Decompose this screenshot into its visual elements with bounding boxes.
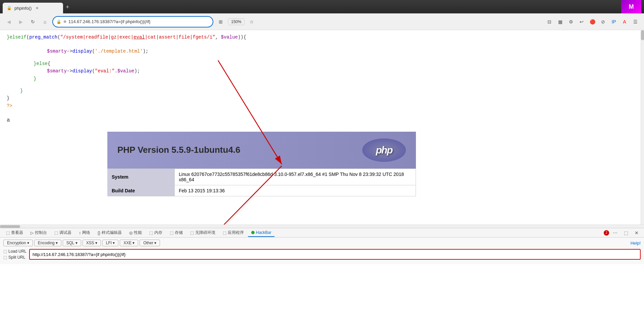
style-editor-icon: {} bbox=[98, 231, 100, 235]
php-logo: php bbox=[362, 138, 406, 162]
ext1-button[interactable]: 🔴 bbox=[588, 17, 597, 26]
table-row: Build Date Feb 13 2015 19:13:36 bbox=[108, 185, 416, 196]
console-icon: ▷ bbox=[31, 231, 34, 235]
tab-close-button[interactable]: ✕ bbox=[34, 5, 40, 11]
devtools-tab-inspector[interactable]: ⬚ 查看器 bbox=[3, 229, 26, 237]
accessibility-icon: ⬚ bbox=[190, 231, 194, 235]
devtools-right-controls: 2 ⋯ ⬚ ✕ bbox=[604, 228, 641, 238]
hackbar-split-url-button[interactable]: ⬚ Split URL bbox=[3, 255, 25, 260]
ext4-button[interactable]: A bbox=[620, 17, 629, 26]
lfi-arrow-icon: ▾ bbox=[113, 241, 115, 245]
split-url-label: Split URL bbox=[8, 255, 25, 260]
code-display: }elseif(preg_match("/system|readfile|gz|… bbox=[0, 30, 644, 128]
ext2-button[interactable]: ⊘ bbox=[598, 17, 608, 26]
load-url-label: Load URL bbox=[8, 249, 26, 254]
code-line-5: } bbox=[7, 75, 637, 82]
hackbar-xss-button[interactable]: XSS ▾ bbox=[83, 240, 101, 246]
code-line-6: } bbox=[7, 87, 637, 94]
php-table: System Linux 620767ce7732c55785357f61de8… bbox=[107, 169, 416, 196]
style-editor-label: 样式编辑器 bbox=[102, 230, 122, 236]
browser-titlebar: 🔒 phpinfo() ✕ + M bbox=[0, 0, 644, 13]
devtools-close-button[interactable]: ✕ bbox=[632, 228, 641, 238]
inspector-label: 查看器 bbox=[11, 230, 23, 236]
code-line-3: }else{ bbox=[7, 60, 637, 67]
hackbar-sql-button[interactable]: SQL ▾ bbox=[63, 240, 81, 246]
encryption-label: Encryption bbox=[7, 241, 26, 245]
hackbar-load-url-button[interactable]: ⬚ Load URL bbox=[3, 249, 26, 254]
h-scroll-thumb bbox=[0, 225, 20, 228]
build-date-value: Feb 13 2015 19:13:36 bbox=[175, 185, 416, 196]
zoom-level: 150% bbox=[228, 18, 245, 25]
library-button[interactable]: ⊟ bbox=[545, 17, 554, 26]
new-tab-button[interactable]: + bbox=[63, 2, 72, 12]
encryption-arrow-icon: ▾ bbox=[27, 241, 29, 245]
performance-icon: ◎ bbox=[129, 231, 132, 235]
encoding-label: Encoding bbox=[38, 241, 55, 245]
home-button[interactable]: ⌂ bbox=[40, 17, 50, 26]
sql-label: SQL bbox=[66, 241, 74, 245]
hackbar-encryption-button[interactable]: Encryption ▾ bbox=[3, 240, 33, 246]
build-date-label: Build Date bbox=[108, 185, 175, 196]
sql-arrow-icon: ▾ bbox=[75, 241, 77, 245]
devtools-tab-storage[interactable]: ⬚ 存储 bbox=[166, 229, 186, 237]
hackbar-label: HackBar bbox=[256, 230, 271, 235]
browser-logo: M bbox=[621, 0, 641, 13]
xss-arrow-icon: ▾ bbox=[95, 241, 97, 245]
code-line-1: }elseif(preg_match("/system|readfile|gz|… bbox=[7, 34, 637, 41]
devtools-tab-hackbar[interactable]: HackBar bbox=[248, 229, 275, 237]
hackbar-url-input[interactable] bbox=[29, 249, 641, 260]
qr-code-button[interactable]: ⊞ bbox=[216, 17, 225, 26]
scroll-thumb bbox=[641, 30, 644, 40]
inspector-icon: ⬚ bbox=[6, 231, 10, 235]
hackbar-help-link[interactable]: Help! bbox=[631, 241, 641, 246]
horizontal-scrollbar[interactable] bbox=[0, 225, 644, 228]
devtools-tab-style-editor[interactable]: {} 样式编辑器 bbox=[94, 229, 125, 237]
xss-label: XSS bbox=[86, 241, 94, 245]
devtools-tab-network[interactable]: ↕ 网络 bbox=[75, 229, 94, 237]
memory-label: 内存 bbox=[154, 230, 162, 236]
browser-content: }elseif(preg_match("/system|readfile|gz|… bbox=[0, 30, 644, 225]
menu-button[interactable]: ☰ bbox=[631, 17, 640, 26]
devtools-tab-application[interactable]: ⬚ 应用程序 bbox=[219, 229, 247, 237]
devtools-tab-performance[interactable]: ◎ 性能 bbox=[126, 229, 145, 237]
navigation-bar: ◀ ▶ ↻ ⌂ 🔒 ⊕ ⊞ 150% ☆ ⊟ ▦ ⚙ ↩ 🔴 ⊘ IP A ☰ bbox=[0, 13, 644, 30]
hackbar-menu: Encryption ▾ Encoding ▾ SQL ▾ XSS ▾ LFI … bbox=[3, 240, 641, 246]
devtools-tab-memory[interactable]: ⬚ 内存 bbox=[146, 229, 166, 237]
sidebar-button[interactable]: ▦ bbox=[555, 17, 565, 26]
nav-right-controls: ⊟ ▦ ⚙ ↩ 🔴 ⊘ IP A ☰ bbox=[545, 17, 640, 26]
hackbar-xxe-button[interactable]: XXE ▾ bbox=[120, 240, 138, 246]
devtools-tab-accessibility[interactable]: ⬚ 无障碍环境 bbox=[187, 229, 219, 237]
system-value: Linux 620767ce7732c55785357f61de8cb86d 3… bbox=[175, 169, 416, 185]
application-label: 应用程序 bbox=[228, 230, 244, 236]
debugger-label: 调试器 bbox=[59, 230, 71, 236]
active-tab[interactable]: 🔒 phpinfo() ✕ bbox=[3, 3, 63, 13]
address-input[interactable] bbox=[68, 19, 209, 24]
customize-button[interactable]: ⚙ bbox=[566, 17, 576, 26]
storage-icon: ⬚ bbox=[170, 231, 173, 235]
devtools-overflow-button[interactable]: ⋯ bbox=[610, 228, 620, 238]
hackbar-encoding-button[interactable]: Encoding ▾ bbox=[34, 240, 61, 246]
devtools-tab-console[interactable]: ▷ 控制台 bbox=[27, 229, 50, 237]
forward-button[interactable]: ▶ bbox=[16, 17, 25, 26]
devtools-tab-debugger[interactable]: ⬚ 调试器 bbox=[51, 229, 75, 237]
back-button[interactable]: ◀ bbox=[4, 17, 13, 26]
hackbar-lfi-button[interactable]: LFI ▾ bbox=[102, 240, 118, 246]
hackbar-left-buttons: ⬚ Load URL ⬚ Split URL bbox=[3, 249, 26, 260]
tab-title: phpinfo() bbox=[14, 6, 32, 11]
address-bar-container[interactable]: 🔒 ⊕ bbox=[52, 16, 213, 27]
hackbar-other-button[interactable]: Other ▾ bbox=[140, 240, 160, 246]
system-label: System bbox=[108, 169, 175, 185]
hackbar-dot-icon bbox=[251, 231, 255, 234]
devtools-popout-button[interactable]: ⬚ bbox=[621, 228, 631, 238]
reload-button[interactable]: ↻ bbox=[28, 17, 38, 26]
undo-button[interactable]: ↩ bbox=[577, 17, 586, 26]
hackbar-input-row: ⬚ Load URL ⬚ Split URL bbox=[3, 249, 641, 260]
vertical-scrollbar[interactable] bbox=[641, 30, 644, 225]
php-logo-text: php bbox=[376, 144, 392, 156]
ext3-button[interactable]: IP bbox=[609, 17, 619, 26]
url-icon: ⊕ bbox=[63, 19, 66, 24]
security-icon: 🔒 bbox=[56, 19, 61, 24]
bookmark-button[interactable]: ☆ bbox=[247, 17, 257, 26]
error-badge: 2 bbox=[604, 230, 609, 236]
network-label: 网络 bbox=[82, 230, 90, 236]
